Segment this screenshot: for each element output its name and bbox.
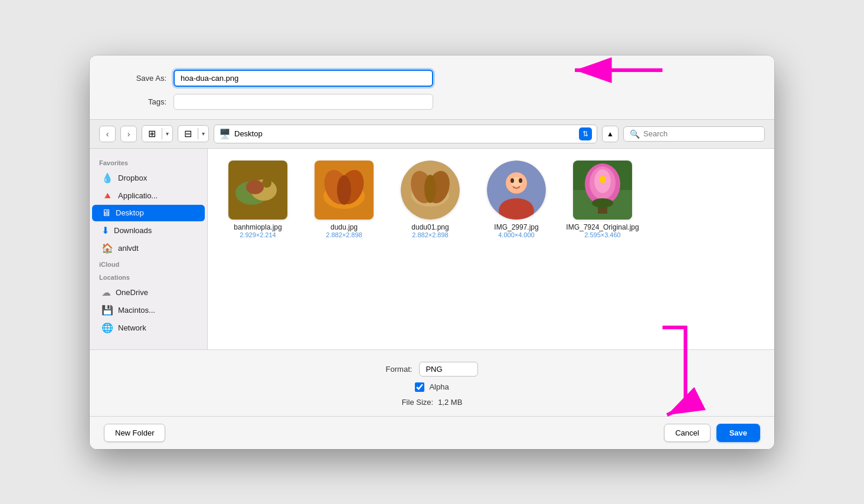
alpha-label: Alpha bbox=[429, 382, 449, 391]
file-thumbnail bbox=[573, 161, 632, 220]
list-item[interactable]: IMG_2997.jpg 4.000×4.000 bbox=[478, 161, 555, 238]
list-item[interactable]: dudu01.png 2.882×2.898 bbox=[392, 161, 469, 238]
grid-view-icon: ⊞ bbox=[142, 126, 162, 142]
svg-point-27 bbox=[599, 176, 606, 183]
format-select[interactable]: PNG JPEG TIFF bbox=[419, 362, 478, 377]
tags-label: Tags: bbox=[113, 97, 166, 106]
location-expand-button[interactable]: ⇅ bbox=[579, 127, 592, 140]
list-item[interactable]: banhmiopla.jpg 2.929×2.214 bbox=[220, 161, 296, 238]
filesize-row: File Size: 1,2 MB bbox=[113, 398, 751, 407]
sidebar-item-dropbox[interactable]: 💧 Dropbox bbox=[92, 169, 205, 186]
file-dims: 2.882×2.898 bbox=[326, 231, 362, 238]
save-as-label: Save As: bbox=[113, 74, 166, 83]
file-dims: 2.882×2.898 bbox=[412, 231, 448, 238]
svg-point-17 bbox=[500, 198, 533, 217]
icloud-section-label: iCloud bbox=[90, 257, 207, 270]
sidebar-item-label: OneDrive bbox=[116, 288, 148, 297]
footer-right: Cancel Save bbox=[664, 424, 760, 442]
downloads-icon: ⬇ bbox=[102, 225, 109, 236]
search-bar[interactable]: 🔍 bbox=[623, 126, 765, 142]
save-dialog: Save As: Tags: ‹ › ⊞ ▾ ⊟ ▾ 🖥️ Desktop ⇅ … bbox=[90, 55, 774, 449]
format-label: Format: bbox=[386, 365, 413, 374]
new-folder-button[interactable]: New Folder bbox=[104, 424, 165, 442]
column-view-chevron-icon: ▾ bbox=[198, 128, 208, 139]
file-dims: 4.000×4.000 bbox=[498, 231, 534, 238]
onedrive-icon: ☁ bbox=[102, 287, 111, 298]
sidebar-item-applications[interactable]: 🔺 Applicatio... bbox=[92, 187, 205, 204]
forward-button[interactable]: › bbox=[120, 126, 137, 142]
sidebar-item-label: Dropbox bbox=[118, 174, 147, 182]
file-thumbnail bbox=[315, 161, 374, 220]
file-area: banhmiopla.jpg 2.929×2.214 dudu.jpg 2.88… bbox=[208, 149, 774, 349]
file-name: dudu.jpg bbox=[330, 223, 358, 231]
locations-section-label: Locations bbox=[90, 270, 207, 283]
filesize-value: 1,2 MB bbox=[438, 398, 462, 407]
expand-button[interactable]: ▲ bbox=[602, 126, 618, 142]
cancel-button[interactable]: Cancel bbox=[664, 424, 710, 442]
dialog-main: Favorites 💧 Dropbox 🔺 Applicatio... 🖥 De… bbox=[90, 149, 774, 349]
grid-view-chevron-icon: ▾ bbox=[162, 128, 172, 139]
filesize-label: File Size: bbox=[402, 398, 433, 407]
location-text: Desktop bbox=[234, 129, 575, 138]
favorites-section-label: Favorites bbox=[90, 156, 207, 169]
file-dims: 2.929×2.214 bbox=[240, 231, 276, 238]
back-button[interactable]: ‹ bbox=[99, 126, 116, 142]
save-button[interactable]: Save bbox=[716, 424, 760, 442]
file-thumbnail bbox=[228, 161, 287, 220]
dropbox-icon: 💧 bbox=[102, 172, 113, 184]
tags-row: Tags: bbox=[113, 94, 751, 110]
alpha-checkbox[interactable] bbox=[415, 382, 424, 392]
sidebar-item-onedrive[interactable]: ☁ OneDrive bbox=[92, 284, 205, 301]
svg-point-21 bbox=[519, 178, 522, 183]
network-icon: 🌐 bbox=[102, 322, 113, 333]
sidebar-item-label: Macintos... bbox=[118, 306, 155, 315]
sidebar-item-label: Downloads bbox=[114, 226, 152, 235]
view-icon-button[interactable]: ⊞ ▾ bbox=[142, 125, 173, 142]
sidebar-item-label: Applicatio... bbox=[118, 191, 158, 200]
file-name: dudu01.png bbox=[411, 223, 449, 231]
desktop-folder-icon: 🖥️ bbox=[219, 128, 231, 139]
svg-point-29 bbox=[592, 198, 613, 208]
svg-point-20 bbox=[510, 178, 514, 183]
search-input[interactable] bbox=[643, 129, 758, 138]
svg-point-14 bbox=[424, 175, 436, 203]
sidebar-item-anlvdt[interactable]: 🏠 anlvdt bbox=[92, 240, 205, 257]
sidebar-item-desktop[interactable]: 🖥 Desktop bbox=[92, 205, 205, 221]
desktop-icon: 🖥 bbox=[102, 208, 111, 218]
sidebar-item-network[interactable]: 🌐 Network bbox=[92, 319, 205, 336]
svg-point-9 bbox=[337, 175, 351, 205]
file-thumbnail bbox=[401, 161, 460, 220]
home-icon: 🏠 bbox=[102, 243, 113, 254]
save-as-row: Save As: bbox=[113, 70, 751, 87]
harddrive-icon: 💾 bbox=[102, 305, 113, 316]
sidebar-item-label: anlvdt bbox=[118, 244, 139, 253]
svg-point-3 bbox=[246, 180, 264, 194]
file-dims: 2.595×3.460 bbox=[584, 231, 620, 238]
file-name: IMG_2997.jpg bbox=[494, 223, 538, 231]
tags-input[interactable] bbox=[174, 94, 433, 110]
file-name: IMG_7924_Original.jpg bbox=[566, 223, 639, 231]
sidebar-item-label: Network bbox=[118, 323, 146, 332]
alpha-row: Alpha bbox=[113, 382, 751, 392]
column-view-button[interactable]: ⊟ ▾ bbox=[178, 125, 209, 142]
svg-point-4 bbox=[262, 178, 271, 188]
applications-icon: 🔺 bbox=[102, 190, 113, 201]
column-view-icon: ⊟ bbox=[178, 126, 198, 142]
toolbar: ‹ › ⊞ ▾ ⊟ ▾ 🖥️ Desktop ⇅ ▲ 🔍 bbox=[90, 119, 774, 149]
format-row: Format: PNG JPEG TIFF bbox=[113, 362, 751, 377]
list-item[interactable]: IMG_7924_Original.jpg 2.595×3.460 bbox=[564, 161, 641, 238]
dialog-header: Save As: Tags: bbox=[90, 55, 774, 119]
save-as-input[interactable] bbox=[174, 70, 433, 87]
file-name: banhmiopla.jpg bbox=[234, 223, 282, 231]
location-bar[interactable]: 🖥️ Desktop ⇅ bbox=[214, 125, 597, 143]
dialog-footer: New Folder Cancel Save bbox=[90, 416, 774, 449]
list-item[interactable]: dudu.jpg 2.882×2.898 bbox=[306, 161, 382, 238]
search-icon: 🔍 bbox=[630, 129, 640, 139]
sidebar-item-downloads[interactable]: ⬇ Downloads bbox=[92, 222, 205, 239]
file-thumbnail bbox=[487, 161, 546, 220]
sidebar-item-macintosh[interactable]: 💾 Macintos... bbox=[92, 302, 205, 319]
sidebar: Favorites 💧 Dropbox 🔺 Applicatio... 🖥 De… bbox=[90, 149, 208, 349]
dialog-options: Format: PNG JPEG TIFF Alpha File Size: 1… bbox=[90, 349, 774, 416]
sidebar-item-label: Desktop bbox=[116, 208, 144, 217]
